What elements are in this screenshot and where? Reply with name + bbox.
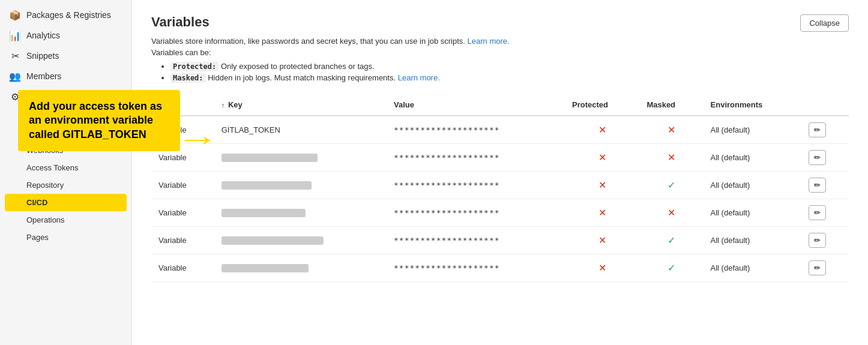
col-environments: Environments <box>704 94 802 116</box>
col-protected-label: Protected <box>572 100 608 109</box>
cell-protected: ✕ <box>565 144 639 172</box>
cell-value: ******************** <box>387 199 565 227</box>
blurred-key <box>222 264 309 272</box>
bullet-masked: Masked: Hidden in job logs. Must match m… <box>170 73 849 82</box>
cell-value: ******************** <box>387 227 565 254</box>
sidebar-item-label: Analytics <box>26 31 60 40</box>
cell-value: ******************** <box>387 254 565 282</box>
check-icon: ✓ <box>668 235 675 245</box>
callout-text: Add your access token as an environment … <box>29 100 162 140</box>
blurred-key <box>222 181 312 190</box>
sidebar-sub-label: CI/CD <box>26 198 47 207</box>
table-row: VariableGITLAB_TOKEN********************… <box>151 116 849 144</box>
edit-button[interactable]: ✏ <box>809 122 826 137</box>
protected-text: Only exposed to protected branches or ta… <box>221 62 375 71</box>
masked-text: Hidden in job logs. Must match masking r… <box>208 73 396 82</box>
sidebar-sub-item-cicd[interactable]: CI/CD <box>5 194 127 211</box>
col-value-label: Value <box>394 100 414 109</box>
edit-button[interactable]: ✏ <box>809 178 826 193</box>
cell-value: ******************** <box>387 144 565 172</box>
sidebar-item-members[interactable]: 👥 Members <box>0 66 131 86</box>
check-icon: ✓ <box>668 263 675 273</box>
description-text: Variables store information, like passwo… <box>151 37 465 46</box>
sidebar-item-packages-registries[interactable]: 📦 Packages & Registries <box>0 5 131 25</box>
col-value: Value <box>387 94 565 116</box>
sidebar-item-analytics[interactable]: 📊 Analytics <box>0 25 131 46</box>
col-protected: Protected <box>565 94 639 116</box>
cell-key <box>214 254 387 282</box>
blurred-key <box>222 209 306 217</box>
cell-environments: All (default) <box>704 254 802 282</box>
cell-environments: All (default) <box>704 172 802 199</box>
cell-masked: ✓ <box>639 172 703 199</box>
cell-protected: ✕ <box>565 199 639 227</box>
x-icon: ✕ <box>668 152 675 163</box>
cell-key: GITLAB_TOKEN <box>214 116 387 144</box>
cell-edit: ✏ <box>801 116 849 144</box>
sidebar-sub-item-operations[interactable]: Operations <box>0 211 131 229</box>
page-description: Variables store information, like passwo… <box>151 37 849 46</box>
cell-masked: ✓ <box>639 227 703 254</box>
blurred-key <box>222 236 324 245</box>
callout-tooltip: Add your access token as an environment … <box>18 90 180 151</box>
table-row: Variable********************✕✓All (defau… <box>151 227 849 254</box>
callout-arrow: → <box>176 125 219 154</box>
bullet-protected: Protected: Only exposed to protected bra… <box>170 62 849 71</box>
x-icon: ✕ <box>598 180 606 190</box>
cell-key <box>214 172 387 199</box>
packages-icon: 📦 <box>10 10 20 20</box>
edit-button[interactable]: ✏ <box>809 205 826 220</box>
snippets-icon: ✂ <box>10 50 20 61</box>
learn-more-link-2[interactable]: Learn more. <box>398 73 440 82</box>
cell-edit: ✏ <box>801 199 849 227</box>
table-row: Variable********************✕✓All (defau… <box>151 172 849 199</box>
edit-button[interactable]: ✏ <box>809 233 826 248</box>
table-row: Variable********************✕✓All (defau… <box>151 254 849 282</box>
sidebar-item-snippets[interactable]: ✂ Snippets <box>0 46 131 66</box>
sidebar-sub-item-pages[interactable]: Pages <box>0 229 131 246</box>
x-icon: ✕ <box>598 125 606 135</box>
members-icon: 👥 <box>10 71 20 82</box>
sidebar-item-label: Members <box>26 71 61 81</box>
col-actions <box>801 94 849 116</box>
col-key[interactable]: ↑ Key <box>214 94 387 116</box>
cell-protected: ✕ <box>565 172 639 199</box>
cell-environments: All (default) <box>704 116 802 144</box>
cell-masked: ✕ <box>639 116 703 144</box>
sidebar-sub-label: Access Tokens <box>26 163 78 172</box>
collapse-button[interactable]: Collapse <box>800 14 849 32</box>
cell-edit: ✏ <box>801 172 849 199</box>
cell-type: Variable <box>151 199 214 227</box>
col-masked-label: Masked <box>646 100 675 109</box>
page-title: Variables <box>151 14 209 30</box>
edit-button[interactable]: ✏ <box>809 150 826 165</box>
cell-type: Variable <box>151 227 214 254</box>
blurred-key <box>222 154 318 162</box>
sidebar-sub-item-access-tokens[interactable]: Access Tokens <box>0 159 131 176</box>
cell-value: ******************** <box>387 116 565 144</box>
cell-masked: ✕ <box>639 144 703 172</box>
sidebar-sub-label: Repository <box>26 181 64 190</box>
col-environments-label: Environments <box>711 100 763 109</box>
table-header-row: Type ↑ Key Value Protected Masked Enviro… <box>151 94 849 116</box>
x-icon: ✕ <box>668 125 675 135</box>
variables-table: Type ↑ Key Value Protected Masked Enviro… <box>151 94 849 282</box>
cell-environments: All (default) <box>704 199 802 227</box>
sidebar-sub-item-repository[interactable]: Repository <box>0 176 131 194</box>
learn-more-link-1[interactable]: Learn more. <box>468 37 510 46</box>
cell-key <box>214 227 387 254</box>
protected-tag: Protected: <box>170 62 219 71</box>
cell-protected: ✕ <box>565 254 639 282</box>
table-row: Variable********************✕✕All (defau… <box>151 199 849 227</box>
cell-environments: All (default) <box>704 144 802 172</box>
cell-value: ******************** <box>387 172 565 199</box>
col-key-label: Key <box>228 100 243 109</box>
x-icon: ✕ <box>598 263 606 273</box>
edit-button[interactable]: ✏ <box>809 260 826 275</box>
x-icon: ✕ <box>598 152 606 163</box>
x-icon: ✕ <box>598 208 606 218</box>
table-header: Type ↑ Key Value Protected Masked Enviro… <box>151 94 849 116</box>
sidebar-item-label: Packages & Registries <box>26 10 111 20</box>
page-header: Variables Collapse <box>151 14 849 32</box>
col-masked: Masked <box>639 94 703 116</box>
